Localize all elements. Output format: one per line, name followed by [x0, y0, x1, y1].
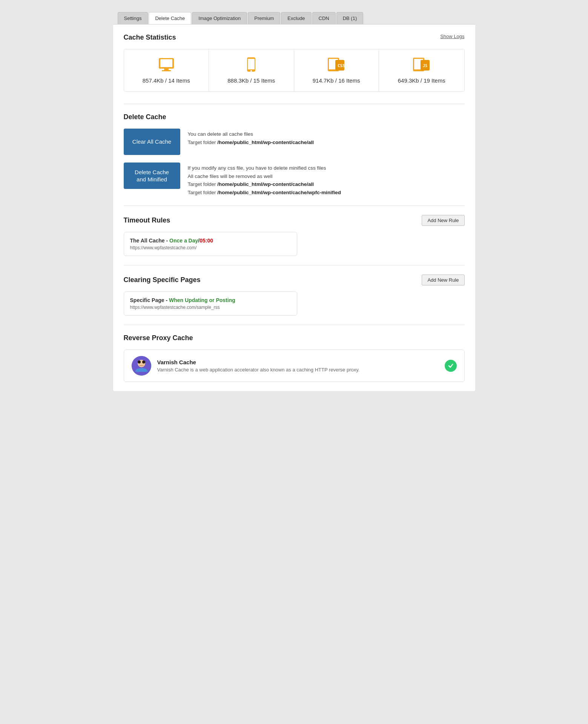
delete-cache-title: Delete Cache: [124, 113, 465, 121]
stat-js: JS 649.3Kb / 19 Items: [379, 49, 464, 91]
timeout-rule-prefix: The All Cache -: [130, 238, 170, 244]
delete-minified-line4-bold: /home/public_html/wp-content/cache/wpfc-…: [217, 190, 341, 195]
clear-all-desc-line2-prefix: Target folder: [188, 140, 218, 145]
timeout-rule-red: 05:00: [200, 238, 213, 244]
stat-desktop: 857.4Kb / 14 Items: [124, 49, 209, 91]
delete-minified-action: Delete Cache and Minified If you modify …: [124, 163, 465, 196]
tab-settings[interactable]: Settings: [118, 12, 148, 24]
clear-all-cache-button[interactable]: Clear All Cache: [124, 129, 180, 155]
divider-2: [124, 206, 465, 206]
svg-text:JS: JS: [423, 64, 427, 68]
tab-bar: Settings Delete Cache Image Optimization…: [113, 8, 475, 24]
stat-mobile-value: 888.3Kb / 15 Items: [227, 77, 275, 84]
timeout-rule-green: Once a Day: [169, 238, 198, 244]
reverse-proxy-title: Reverse Proxy Cache: [124, 334, 465, 342]
svg-point-18: [142, 360, 145, 364]
divider-3: [124, 265, 465, 265]
divider-1: [124, 104, 465, 104]
cache-statistics-section: Show Logs Cache Statistics 857.4Kb / 14 …: [124, 34, 465, 92]
delete-minified-desc-line3: Target folder /home/public_html/wp-conte…: [188, 180, 341, 189]
delete-minified-line3-bold: /home/public_html/wp-content/cache/all: [217, 181, 314, 187]
stat-js-value: 649.3Kb / 19 Items: [398, 77, 445, 84]
svg-point-17: [138, 360, 141, 364]
clear-all-desc: You can delete all cache files Target fo…: [188, 129, 314, 146]
delete-cache-minified-button[interactable]: Delete Cache and Minified: [124, 163, 180, 189]
delete-minified-line4-prefix: Target folder: [188, 190, 218, 195]
clear-all-desc-line2: Target folder /home/public_html/wp-conte…: [188, 138, 314, 147]
timeout-rule-url: https://www.wpfastestcache.com/: [130, 245, 291, 250]
timeout-rule-item: The All Cache - Once a Day/05:00 https:/…: [124, 232, 297, 256]
timeout-add-rule-button[interactable]: Add New Rule: [422, 215, 464, 226]
svg-rect-5: [248, 59, 255, 69]
varnish-name: Varnish Cache: [157, 359, 360, 365]
clearing-pages-add-rule-button[interactable]: Add New Rule: [422, 275, 464, 285]
mobile-icon: [242, 57, 261, 73]
js-icon: JS: [412, 57, 431, 73]
divider-4: [124, 325, 465, 325]
tab-image-optimization[interactable]: Image Optimization: [192, 12, 247, 24]
stat-desktop-value: 857.4Kb / 14 Items: [143, 77, 190, 84]
clearing-page-url: https://www.wpfastestcache.com/sample_rs…: [130, 305, 291, 310]
stat-css-value: 914.7Kb / 16 Items: [313, 77, 360, 84]
delete-minified-desc-line1: If you modify any css file, you have to …: [188, 164, 341, 172]
cache-statistics-title: Cache Statistics: [124, 34, 465, 41]
clearing-pages-header: Clearing Specific Pages Add New Rule: [124, 275, 465, 285]
svg-point-6: [250, 70, 252, 72]
tab-premium[interactable]: Premium: [248, 12, 280, 24]
timeout-rules-title: Timeout Rules: [124, 216, 170, 224]
timeout-rule-title: The All Cache - Once a Day/05:00: [130, 238, 291, 244]
delete-minified-line3-prefix: Target folder: [188, 181, 218, 187]
varnish-check-icon: [445, 360, 457, 372]
clearing-page-item: Specific Page - When Updating or Posting…: [124, 291, 297, 316]
tab-exclude[interactable]: Exclude: [281, 12, 311, 24]
show-logs-link[interactable]: Show Logs: [440, 34, 464, 39]
stats-grid: 857.4Kb / 14 Items 888.3Kb / 15 Items: [124, 49, 465, 92]
delete-minified-desc-line2: All cache files will be removed as well: [188, 172, 341, 181]
clearing-pages-section: Clearing Specific Pages Add New Rule Spe…: [124, 275, 465, 316]
tab-cdn[interactable]: CDN: [312, 12, 336, 24]
varnish-avatar: [132, 356, 151, 376]
content-area: Show Logs Cache Statistics 857.4Kb / 14 …: [113, 24, 475, 391]
delete-minified-desc-line4: Target folder /home/public_html/wp-conte…: [188, 189, 341, 197]
clear-all-desc-line1: You can delete all cache files: [188, 130, 314, 138]
clearing-page-green: When Updating or Posting: [169, 297, 235, 303]
stat-css: CSS 914.7Kb / 16 Items: [294, 49, 379, 91]
varnish-description: Varnish Cache is a web application accel…: [157, 367, 360, 373]
reverse-proxy-section: Reverse Proxy Cache Varnish Cache Varnis…: [124, 334, 465, 382]
svg-rect-2: [164, 69, 169, 70]
clearing-page-title: Specific Page - When Updating or Posting: [130, 297, 291, 303]
timeout-rules-header: Timeout Rules Add New Rule: [124, 215, 465, 226]
varnish-info: Varnish Cache Varnish Cache is a web app…: [157, 359, 360, 373]
main-container: Settings Delete Cache Image Optimization…: [113, 8, 475, 391]
tab-delete-cache[interactable]: Delete Cache: [149, 12, 191, 24]
stat-mobile: 888.3Kb / 15 Items: [209, 49, 294, 91]
tab-db[interactable]: DB (1): [336, 12, 364, 24]
delete-minified-desc: If you modify any css file, you have to …: [188, 163, 341, 196]
clear-all-action: Clear All Cache You can delete all cache…: [124, 129, 465, 155]
timeout-rules-section: Timeout Rules Add New Rule The All Cache…: [124, 215, 465, 256]
svg-rect-1: [160, 59, 172, 67]
svg-rect-3: [162, 70, 171, 71]
clear-all-desc-line2-bold: /home/public_html/wp-content/cache/all: [217, 140, 314, 145]
css-icon: CSS: [327, 57, 346, 73]
clearing-page-prefix: Specific Page -: [130, 297, 169, 303]
monitor-icon: [157, 57, 176, 73]
clearing-pages-title: Clearing Specific Pages: [124, 276, 201, 284]
varnish-card: Varnish Cache Varnish Cache is a web app…: [124, 350, 465, 382]
delete-cache-section: Delete Cache Clear All Cache You can del…: [124, 113, 465, 196]
svg-text:CSS: CSS: [338, 63, 345, 68]
